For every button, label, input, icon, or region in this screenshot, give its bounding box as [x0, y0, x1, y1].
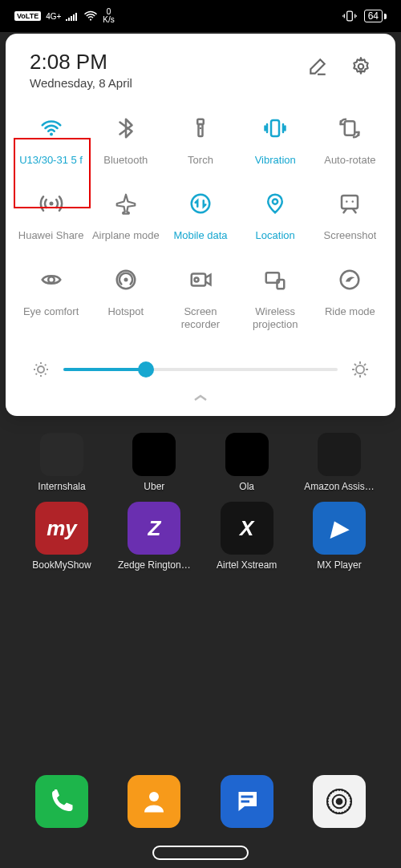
qs-tile-label: Mobile data — [173, 229, 227, 242]
app-label: Ola — [239, 481, 254, 492]
app-MX Player[interactable]: ▶MX Player — [305, 502, 374, 571]
network-speed: 0 K/s — [103, 8, 114, 24]
quick-settings-panel: 2:08 PM Wednesday, 8 April U13/30-31 5 f… — [6, 34, 395, 416]
svg-line-16 — [328, 807, 330, 808]
dock-app-contacts[interactable] — [119, 775, 188, 828]
dock-app-phone[interactable] — [27, 775, 96, 828]
dock-app-settings[interactable] — [305, 775, 374, 828]
dock-app-messages[interactable] — [213, 775, 282, 828]
svg-line-26 — [345, 790, 346, 792]
airplane-icon — [114, 192, 138, 216]
qs-tile-label: Bluetooth — [103, 154, 148, 167]
brightness-low-icon — [31, 360, 51, 379]
edit-icon — [307, 56, 328, 77]
settings-button[interactable] — [350, 56, 371, 80]
svg-rect-33 — [198, 124, 202, 136]
app-Uber[interactable]: Uber — [119, 433, 188, 492]
app-icon — [221, 775, 273, 828]
qs-tile-huaweishare[interactable]: Huawei Share — [14, 189, 88, 242]
navigation-bar[interactable] — [0, 846, 401, 860]
qs-tile-hotspot[interactable]: Hotspot — [88, 265, 163, 332]
app-Internshala[interactable]: Internshala — [27, 433, 96, 492]
qs-tile-ridemode[interactable]: Ride mode — [313, 265, 387, 332]
app-label: Uber — [144, 481, 164, 492]
app-icon — [225, 433, 269, 476]
qs-tile-label: Vibration — [255, 154, 296, 167]
app-Airtel Xstream[interactable]: XAirtel Xstream — [213, 502, 282, 571]
app-icon: Z — [128, 502, 180, 555]
huaweishare-icon — [39, 192, 63, 216]
clock-date: Wednesday, 8 April — [30, 76, 307, 90]
svg-point-0 — [90, 18, 91, 20]
app-BookMyShow[interactable]: myBookMyShow — [27, 502, 96, 571]
brightness-high-icon — [350, 360, 370, 379]
app-row: InternshalaUberOlaAmazon Assis… — [0, 433, 401, 492]
svg-line-20 — [328, 795, 330, 796]
mobiledata-icon — [188, 192, 213, 216]
ridemode-icon — [338, 268, 362, 292]
bluetooth-icon — [114, 116, 138, 140]
app-icon: my — [35, 502, 88, 555]
svg-point-31 — [50, 133, 53, 136]
svg-line-29 — [350, 798, 351, 799]
qs-tile-torch[interactable]: Torch — [163, 114, 237, 167]
qs-tile-label: Location — [256, 229, 295, 242]
svg-point-41 — [346, 201, 348, 204]
qs-tile-airplane[interactable]: Airplane mode — [88, 189, 163, 242]
svg-line-27 — [346, 793, 348, 794]
svg-rect-35 — [271, 120, 279, 136]
svg-point-34 — [200, 127, 202, 130]
app-icon — [35, 775, 88, 828]
brightness-thumb[interactable] — [138, 361, 154, 377]
qs-tile-location[interactable]: Location — [238, 189, 313, 242]
app-label: Internshala — [38, 481, 85, 492]
qs-tile-label: Airplane mode — [92, 229, 160, 242]
app-icon — [128, 775, 180, 828]
qs-tile-autorotate[interactable]: Auto-rotate — [313, 114, 387, 167]
app-label: Airtel Xstream — [217, 559, 277, 571]
svg-line-7 — [350, 804, 351, 805]
qs-tile-eyecomfort[interactable]: Eye comfort — [14, 265, 88, 332]
status-bar: VoLTE 4G+ 0 K/s 64 — [0, 0, 401, 32]
svg-line-14 — [333, 811, 334, 813]
svg-line-22 — [333, 790, 334, 792]
app-Ola[interactable]: Ola — [213, 433, 282, 492]
qs-tile-wifi[interactable]: U13/30-31 5 f — [14, 114, 88, 167]
app-icon — [40, 433, 83, 476]
svg-point-47 — [194, 277, 198, 281]
svg-line-11 — [342, 812, 342, 813]
qs-tile-vibration[interactable]: Vibration — [238, 114, 313, 167]
battery-level: 64 — [364, 10, 383, 22]
brightness-slider[interactable] — [63, 368, 338, 371]
collapse-handle[interactable] — [14, 387, 387, 408]
autorotate-icon — [338, 116, 362, 140]
qs-tile-projection[interactable]: Wireless projection — [238, 265, 313, 332]
qs-tile-label: Auto-rotate — [324, 154, 375, 167]
svg-point-2 — [149, 792, 159, 801]
svg-point-37 — [49, 202, 53, 206]
qs-tile-recorder[interactable]: Screen recorder — [163, 265, 237, 332]
svg-line-23 — [336, 789, 337, 791]
qs-tile-label: Huawei Share — [18, 229, 84, 242]
qs-tile-label: Wireless projection — [238, 305, 312, 332]
edit-button[interactable] — [307, 56, 328, 80]
qs-tile-bluetooth[interactable]: Bluetooth — [88, 114, 163, 167]
qs-tile-label: U13/30-31 5 f — [19, 154, 83, 167]
app-Amazon Assis…[interactable]: Amazon Assis… — [305, 433, 374, 492]
svg-line-8 — [349, 807, 350, 808]
qs-tile-screenshot[interactable]: Screenshot — [313, 189, 387, 242]
app-Zedge Rington…[interactable]: ZZedge Rington… — [119, 502, 188, 571]
nav-pill[interactable] — [152, 846, 249, 860]
svg-rect-36 — [345, 121, 355, 135]
vibrate-status-icon — [342, 10, 358, 22]
app-row: myBookMyShowZZedge Rington…XAirtel Xstre… — [0, 502, 401, 571]
qs-tile-mobiledata[interactable]: Mobile data — [163, 189, 237, 242]
app-label: Zedge Rington… — [118, 559, 191, 571]
svg-line-19 — [327, 798, 329, 799]
brightness-slider-row — [14, 347, 387, 387]
app-icon: X — [221, 502, 273, 555]
svg-line-28 — [349, 795, 350, 796]
svg-point-52 — [356, 365, 364, 373]
gear-icon — [350, 56, 371, 77]
svg-line-9 — [346, 809, 348, 810]
